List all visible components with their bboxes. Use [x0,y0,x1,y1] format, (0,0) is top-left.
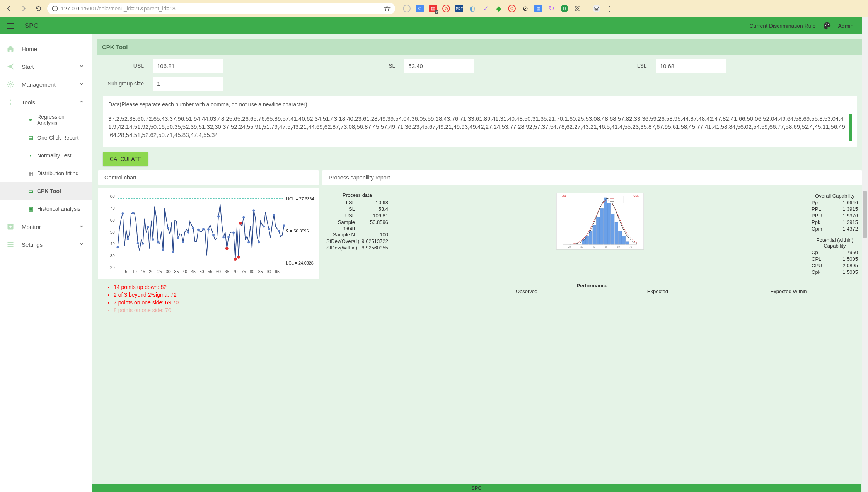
svg-rect-89 [607,203,611,244]
calculate-button[interactable]: CALCULATE [103,152,148,166]
svg-point-71 [258,241,260,243]
svg-text:60: 60 [110,218,115,222]
ext-icon-12[interactable]: ↻ [547,5,555,12]
svg-point-74 [273,214,275,216]
hamburger-menu[interactable] [6,21,15,31]
ext-icon-1[interactable] [403,5,411,12]
sidebar-item-monitor[interactable]: Monitor [0,218,92,236]
sidebar-sub-report[interactable]: ▤ One-Click Report [0,129,92,147]
svg-rect-92 [618,231,622,244]
panel-title: CPK Tool [97,39,863,55]
potential-cap-header: Potential (within) Capability [812,237,858,249]
url-text: 127.0.0.1:5001/cpk?menu_id=21&parent_id=… [61,5,380,12]
usl-input[interactable] [153,59,223,73]
ext-icon-11[interactable]: ▦ [534,5,542,12]
subgroup-label: Sub group size [103,80,153,87]
reload-button[interactable] [32,3,44,14]
lsl-input[interactable] [656,59,726,73]
chevron-down-icon [79,81,86,88]
sidebar-item-settings[interactable]: Settings [0,236,92,253]
page-scrollbar[interactable] [862,17,868,492]
svg-rect-93 [622,236,626,244]
ext-icon-7[interactable]: ✓ [482,5,489,12]
profile-icon[interactable]: 🐼 [593,5,600,12]
sidebar-item-home[interactable]: Home [0,40,92,58]
svg-rect-85 [593,225,596,244]
svg-point-62 [225,247,229,250]
svg-text:20: 20 [568,246,571,248]
list-icon [6,240,15,249]
puzzle-icon[interactable] [574,5,582,12]
violation-item: 14 points up down: 82 [114,284,311,290]
svg-text:70: 70 [110,206,115,210]
svg-text:20: 20 [149,269,153,274]
sidebar-sub-normality[interactable]: ▪ Normality Test [0,147,92,164]
menu-dots-icon[interactable]: ⋮ [606,5,614,12]
sidebar-item-tools[interactable]: Tools [0,93,92,111]
subgroup-input[interactable] [153,77,223,91]
svg-point-4 [826,24,827,25]
chevron-down-icon [79,224,86,230]
svg-text:70: 70 [233,269,238,274]
sidebar-sub-cpk[interactable]: ▭ CPK Tool [0,182,92,200]
sidebar-sub-regression[interactable]: ⚭ Regression Analysis [0,111,92,129]
sidebar-sub-historical[interactable]: ▣ Historical analysis [0,200,92,218]
ext-icon-3[interactable]: 2▦ [429,5,437,12]
app-title: SPC [25,22,38,30]
svg-point-49 [162,248,164,251]
ext-icon-4[interactable]: ⊘ [442,5,450,12]
histogram-chart: LSLUSL203040506070 [391,192,808,276]
violation-item: 2 of 3 beyond 2*sigma: 72 [114,292,311,298]
browser-chrome: 127.0.0.1:5001/cpk?menu_id=21&parent_id=… [0,0,868,17]
svg-point-51 [172,251,174,253]
rule-label[interactable]: Current Discrimination Rule [749,23,815,29]
sidebar-item-start[interactable]: Start [0,58,92,75]
ext-icon-9[interactable]: O [508,5,516,12]
overall-cap-header: Overall Capability [812,193,858,199]
lsl-label: LSL [606,63,656,69]
svg-point-2 [55,7,55,8]
svg-text:30: 30 [110,253,115,258]
svg-point-56 [197,229,200,231]
svg-point-54 [187,231,189,234]
star-icon[interactable] [384,5,391,12]
svg-text:50: 50 [200,269,204,274]
ext-icon-13[interactable]: D [561,5,568,12]
forward-button[interactable] [18,3,29,14]
svg-text:65: 65 [225,269,229,274]
svg-text:90: 90 [266,269,271,274]
url-bar[interactable]: 127.0.0.1:5001/cpk?menu_id=21&parent_id=… [47,3,395,14]
card-icon: ▭ [27,188,34,194]
svg-point-66 [237,256,240,259]
calendar-icon: ▣ [27,206,34,212]
svg-rect-91 [615,222,618,244]
violations-list: 14 points up down: 82 2 of 3 beyond 2*si… [98,279,319,318]
ext-icon-6[interactable]: ◐ [469,5,476,12]
data-textarea[interactable] [108,114,852,141]
ext-icon-8[interactable]: ◆ [495,5,503,12]
svg-text:35: 35 [174,269,179,274]
report-icon: ▤ [27,135,34,141]
palette-icon[interactable] [823,22,831,30]
sidebar-item-management[interactable]: Management [0,75,92,93]
svg-text:95: 95 [275,269,280,274]
ext-icon-5[interactable]: PDF [455,5,463,12]
back-button[interactable] [3,3,15,14]
ext-icon-2[interactable]: G [416,5,424,12]
chevron-down-icon [79,63,86,70]
svg-text:LCL = 24.0828: LCL = 24.0828 [286,261,313,265]
svg-point-47 [152,238,154,241]
performance-header: Performance [322,283,862,289]
svg-point-70 [252,209,255,212]
svg-point-48 [157,241,159,244]
svg-point-64 [232,231,235,234]
ext-icon-10[interactable]: ⊘ [521,5,529,12]
sidebar-sub-distfit[interactable]: ▦ Distribution fitting [0,164,92,182]
chevron-down-icon [79,241,86,248]
svg-point-46 [147,226,149,228]
home-icon [6,44,15,53]
user-menu[interactable]: Admin ⋮ [838,23,862,29]
svg-point-57 [202,228,205,230]
sidebar: Home Start Management Tools ⚭ Regression… [0,34,92,492]
sl-input[interactable] [404,59,474,73]
